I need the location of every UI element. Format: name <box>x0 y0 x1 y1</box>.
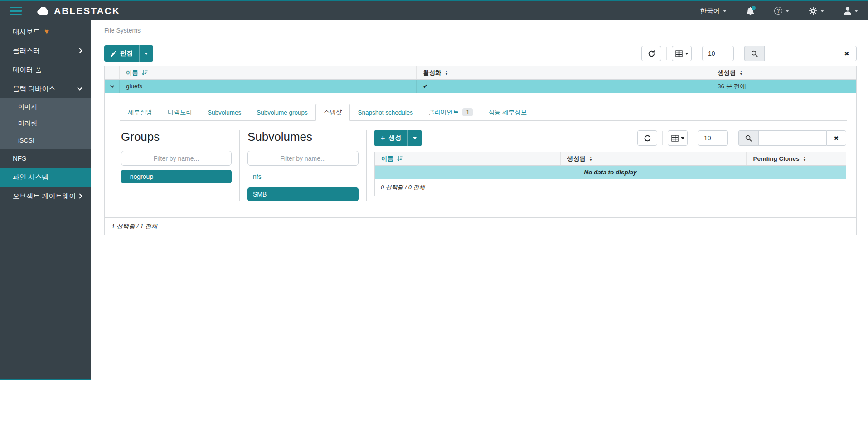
table-grid-icon <box>675 50 683 57</box>
pencil-icon <box>111 51 116 57</box>
search-icon <box>751 50 758 57</box>
tab-details[interactable]: 세부설명 <box>120 104 160 121</box>
fs-table-header: 이름 활성화 ▲▼ 생성됨 ▲▼ <box>105 66 856 80</box>
sort-down-glyph: ▼ <box>589 159 592 162</box>
chevron-right-icon <box>77 48 82 53</box>
column-label: Pending Clones <box>753 155 799 162</box>
cell-created: 36 분 전에 <box>711 80 856 93</box>
brand-logo: ABLESTACK <box>36 5 120 16</box>
table-grid-icon <box>671 135 679 142</box>
table-row-gluefs[interactable]: gluefs ✔ 36 분 전에 <box>105 80 856 93</box>
create-dropdown-caret[interactable] <box>407 130 422 146</box>
sidebar-item-filesystems[interactable]: 파일 시스템 <box>0 168 91 187</box>
sidebar: 대시보드 ♥ 클러스터 데이터 풀 블럭 디바이스 이미지 미러링 iSCSI … <box>0 20 91 380</box>
tab-performance-details[interactable]: 성능 세부정보 <box>480 104 534 121</box>
language-dropdown[interactable]: 한국어 <box>700 7 727 15</box>
help-dropdown[interactable]: ? <box>774 7 789 15</box>
snap-column-header-name[interactable]: 이름 <box>375 152 561 165</box>
page-size-input[interactable] <box>702 46 734 61</box>
sort-icon: ▲▼ <box>740 70 743 75</box>
tab-subvolumes[interactable]: Subvolumes <box>200 104 249 121</box>
tab-label: 세부설명 <box>128 108 152 116</box>
user-dropdown[interactable] <box>844 7 858 15</box>
menu-toggle-icon[interactable] <box>10 7 22 15</box>
tab-label: 클라이언트 <box>428 108 459 116</box>
sort-icon: ▲▼ <box>589 156 592 161</box>
snapshots-panel: + 생성 <box>367 130 846 201</box>
sort-icon: ▲▼ <box>803 156 806 161</box>
tab-directories[interactable]: 디렉토리 <box>160 104 200 121</box>
snap-column-toggle-dropdown[interactable] <box>668 130 688 146</box>
sidebar-item-label: NFS <box>13 154 26 162</box>
chevron-down-icon <box>685 53 689 55</box>
subvolume-item-nfs[interactable]: nfs <box>247 170 359 183</box>
refresh-icon <box>644 134 651 142</box>
group-label: _nogroup <box>126 173 153 180</box>
sidebar-item-dashboard[interactable]: 대시보드 ♥ <box>0 22 91 41</box>
sidebar-item-nfs[interactable]: NFS <box>0 149 91 168</box>
snap-page-size-input[interactable] <box>698 130 728 146</box>
chevron-down-icon <box>723 10 727 12</box>
edit-dropdown-caret[interactable] <box>139 45 153 62</box>
sidebar-item-label: 파일 시스템 <box>13 173 48 182</box>
tab-clients[interactable]: 클라이언트 1 <box>421 104 480 121</box>
cell-active: ✔ <box>417 80 711 93</box>
column-header-name[interactable]: 이름 <box>120 66 417 79</box>
subvolumes-filter-input[interactable] <box>247 151 359 166</box>
sort-icon: ▲▼ <box>445 70 448 75</box>
column-label: 생성됨 <box>567 155 586 163</box>
sidebar-item-cluster[interactable]: 클러스터 <box>0 41 91 60</box>
search-addon <box>738 130 758 146</box>
snap-column-header-pending-clones[interactable]: Pending Clones ▲▼ <box>747 152 846 165</box>
column-header-created[interactable]: 생성됨 ▲▼ <box>711 66 856 79</box>
created-value: 36 분 전에 <box>718 82 746 91</box>
fs-search-group: ✖ <box>744 46 857 61</box>
sidebar-item-object-gateway[interactable]: 오브젝트 게이트웨이 <box>0 187 91 206</box>
sidebar-item-label: 이미지 <box>18 103 37 111</box>
snap-search-group: ✖ <box>738 130 846 146</box>
tab-snapshots[interactable]: 스냅샷 <box>315 104 350 121</box>
row-detail: 세부설명 디렉토리 Subvolumes Subvolume groups 스냅… <box>105 93 856 217</box>
group-item-nogroup[interactable]: _nogroup <box>121 170 232 183</box>
tab-subvolume-groups[interactable]: Subvolume groups <box>249 104 315 121</box>
create-split-button[interactable]: + 생성 <box>374 130 422 146</box>
sort-amount-down-icon <box>397 156 403 162</box>
sidebar-item-block-devices[interactable]: 블럭 디바이스 <box>0 79 91 98</box>
column-toggle-dropdown[interactable] <box>672 46 692 61</box>
notification-badge-dot <box>752 6 756 10</box>
snap-clear-search-button[interactable]: ✖ <box>826 130 846 146</box>
sidebar-item-iscsi[interactable]: iSCSI <box>0 132 91 149</box>
column-header-active[interactable]: 활성화 ▲▼ <box>417 66 711 79</box>
refresh-button[interactable] <box>641 46 661 61</box>
subvolume-label: nfs <box>253 173 262 180</box>
clear-search-button[interactable]: ✖ <box>837 46 857 61</box>
create-button-label: 생성 <box>388 134 401 142</box>
tab-snapshot-schedules[interactable]: Snapshot schedules <box>350 104 421 121</box>
subvolume-item-smb[interactable]: SMB <box>247 187 359 201</box>
sort-down-glyph: ▼ <box>803 159 806 162</box>
health-heartbeat-icon: ♥ <box>44 27 49 36</box>
tab-label: 성능 세부정보 <box>488 108 527 116</box>
language-label: 한국어 <box>700 7 720 15</box>
chevron-down-icon <box>77 85 82 90</box>
snap-column-header-created[interactable]: 생성됨 ▲▼ <box>561 152 747 165</box>
sidebar-item-images[interactable]: 이미지 <box>0 98 91 115</box>
row-expander[interactable] <box>105 80 120 93</box>
edit-split-button[interactable]: 편집 <box>104 45 153 62</box>
sidebar-item-mirroring[interactable]: 미러링 <box>0 115 91 132</box>
snap-refresh-button[interactable] <box>637 130 657 146</box>
top-navbar: ABLESTACK 한국어 ? <box>0 0 868 20</box>
search-input[interactable] <box>764 46 837 61</box>
sidebar-item-pools[interactable]: 데이터 풀 <box>0 60 91 79</box>
plus-icon: + <box>381 134 385 142</box>
groups-filter-input[interactable] <box>121 151 232 166</box>
chevron-down-icon <box>110 83 114 88</box>
groups-panel: Groups _nogroup <box>121 130 240 201</box>
sidebar-item-label: 오브젝트 게이트웨이 <box>13 192 76 201</box>
subvolumes-panel: Subvolumes nfs SMB <box>240 130 367 201</box>
empty-state-row: No data to display <box>375 166 846 179</box>
snap-search-input[interactable] <box>758 130 826 146</box>
notifications-button[interactable] <box>747 7 754 15</box>
settings-dropdown[interactable] <box>809 7 824 15</box>
clients-count-badge: 1 <box>462 108 473 116</box>
